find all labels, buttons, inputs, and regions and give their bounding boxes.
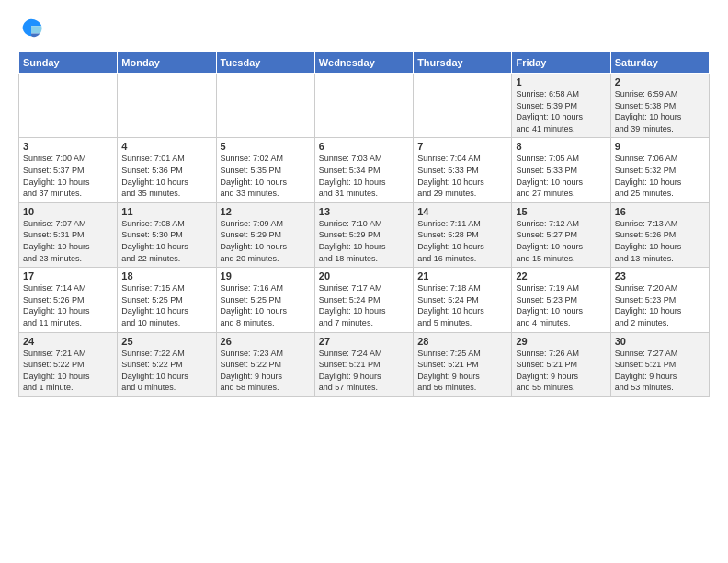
day-cell: 20Sunrise: 7:17 AM Sunset: 5:24 PM Dayli… — [314, 268, 413, 332]
day-cell: 15Sunrise: 7:12 AM Sunset: 5:27 PM Dayli… — [512, 202, 610, 267]
header-day-thursday: Thursday — [414, 52, 512, 74]
page-header — [18, 15, 710, 40]
day-number: 24 — [23, 336, 113, 347]
calendar-header: SundayMondayTuesdayWednesdayThursdayFrid… — [19, 52, 710, 74]
day-info: Sunrise: 7:03 AM Sunset: 5:34 PM Dayligh… — [319, 153, 409, 199]
day-info: Sunrise: 7:11 AM Sunset: 5:28 PM Dayligh… — [417, 218, 507, 264]
logo — [18, 15, 48, 40]
day-number: 27 — [319, 336, 409, 347]
page-container: SundayMondayTuesdayWednesdayThursdayFrid… — [0, 0, 728, 407]
day-cell: 18Sunrise: 7:15 AM Sunset: 5:25 PM Dayli… — [118, 268, 216, 332]
day-info: Sunrise: 7:25 AM Sunset: 5:21 PM Dayligh… — [417, 348, 507, 394]
day-cell: 28Sunrise: 7:25 AM Sunset: 5:21 PM Dayli… — [414, 332, 512, 396]
day-number: 7 — [417, 141, 507, 152]
day-number: 3 — [23, 141, 113, 152]
day-info: Sunrise: 7:02 AM Sunset: 5:35 PM Dayligh… — [221, 153, 311, 199]
week-row-5: 24Sunrise: 7:21 AM Sunset: 5:22 PM Dayli… — [19, 332, 710, 396]
header-day-wednesday: Wednesday — [314, 52, 413, 74]
day-cell: 12Sunrise: 7:09 AM Sunset: 5:29 PM Dayli… — [216, 202, 314, 267]
calendar-body: 1Sunrise: 6:58 AM Sunset: 5:39 PM Daylig… — [19, 74, 710, 397]
day-cell: 3Sunrise: 7:00 AM Sunset: 5:37 PM Daylig… — [19, 138, 118, 202]
day-cell: 19Sunrise: 7:16 AM Sunset: 5:25 PM Dayli… — [216, 268, 314, 332]
day-cell: 7Sunrise: 7:04 AM Sunset: 5:33 PM Daylig… — [414, 138, 512, 202]
day-number: 29 — [516, 336, 606, 347]
day-cell: 27Sunrise: 7:24 AM Sunset: 5:21 PM Dayli… — [314, 332, 413, 396]
day-number: 12 — [221, 206, 311, 217]
day-number: 4 — [121, 141, 211, 152]
day-info: Sunrise: 7:18 AM Sunset: 5:24 PM Dayligh… — [417, 282, 507, 328]
week-row-2: 3Sunrise: 7:00 AM Sunset: 5:37 PM Daylig… — [19, 138, 710, 202]
day-info: Sunrise: 7:05 AM Sunset: 5:33 PM Dayligh… — [516, 153, 606, 199]
day-cell: 1Sunrise: 6:58 AM Sunset: 5:39 PM Daylig… — [512, 74, 610, 138]
day-info: Sunrise: 7:15 AM Sunset: 5:25 PM Dayligh… — [121, 282, 211, 328]
day-cell: 25Sunrise: 7:22 AM Sunset: 5:22 PM Dayli… — [118, 332, 216, 396]
day-number: 15 — [516, 206, 606, 217]
day-number: 17 — [23, 270, 113, 282]
day-number: 6 — [319, 141, 409, 152]
day-info: Sunrise: 7:06 AM Sunset: 5:32 PM Dayligh… — [615, 153, 705, 199]
day-cell: 21Sunrise: 7:18 AM Sunset: 5:24 PM Dayli… — [414, 268, 512, 332]
header-day-tuesday: Tuesday — [216, 52, 314, 74]
day-cell: 9Sunrise: 7:06 AM Sunset: 5:32 PM Daylig… — [610, 138, 709, 202]
day-cell: 29Sunrise: 7:26 AM Sunset: 5:21 PM Dayli… — [512, 332, 610, 396]
day-number: 2 — [615, 76, 705, 87]
day-info: Sunrise: 7:10 AM Sunset: 5:29 PM Dayligh… — [319, 218, 409, 264]
day-info: Sunrise: 7:04 AM Sunset: 5:33 PM Dayligh… — [417, 153, 507, 199]
day-info: Sunrise: 7:21 AM Sunset: 5:22 PM Dayligh… — [23, 348, 113, 394]
day-info: Sunrise: 7:17 AM Sunset: 5:24 PM Dayligh… — [319, 282, 409, 328]
day-number: 28 — [417, 336, 507, 347]
day-info: Sunrise: 7:22 AM Sunset: 5:22 PM Dayligh… — [121, 348, 211, 394]
week-row-1: 1Sunrise: 6:58 AM Sunset: 5:39 PM Daylig… — [19, 74, 710, 138]
week-row-4: 17Sunrise: 7:14 AM Sunset: 5:26 PM Dayli… — [19, 268, 710, 332]
header-day-friday: Friday — [512, 52, 610, 74]
day-cell: 14Sunrise: 7:11 AM Sunset: 5:28 PM Dayli… — [414, 202, 512, 267]
day-info: Sunrise: 6:59 AM Sunset: 5:38 PM Dayligh… — [615, 88, 705, 134]
day-info: Sunrise: 7:12 AM Sunset: 5:27 PM Dayligh… — [516, 218, 606, 264]
day-cell — [216, 74, 314, 138]
day-cell: 30Sunrise: 7:27 AM Sunset: 5:21 PM Dayli… — [610, 332, 709, 396]
day-cell: 22Sunrise: 7:19 AM Sunset: 5:23 PM Dayli… — [512, 268, 610, 332]
day-info: Sunrise: 7:00 AM Sunset: 5:37 PM Dayligh… — [23, 153, 113, 199]
day-info: Sunrise: 7:13 AM Sunset: 5:26 PM Dayligh… — [615, 218, 705, 264]
day-number: 10 — [23, 206, 113, 217]
day-cell — [314, 74, 413, 138]
day-cell: 13Sunrise: 7:10 AM Sunset: 5:29 PM Dayli… — [314, 202, 413, 267]
day-cell: 26Sunrise: 7:23 AM Sunset: 5:22 PM Dayli… — [216, 332, 314, 396]
day-info: Sunrise: 7:26 AM Sunset: 5:21 PM Dayligh… — [516, 348, 606, 394]
day-info: Sunrise: 7:24 AM Sunset: 5:21 PM Dayligh… — [319, 348, 409, 394]
day-number: 9 — [615, 141, 705, 152]
day-info: Sunrise: 6:58 AM Sunset: 5:39 PM Dayligh… — [516, 88, 606, 134]
day-number: 8 — [516, 141, 606, 152]
day-number: 13 — [319, 206, 409, 217]
day-cell: 8Sunrise: 7:05 AM Sunset: 5:33 PM Daylig… — [512, 138, 610, 202]
day-cell: 17Sunrise: 7:14 AM Sunset: 5:26 PM Dayli… — [19, 268, 118, 332]
day-number: 26 — [221, 336, 311, 347]
week-row-3: 10Sunrise: 7:07 AM Sunset: 5:31 PM Dayli… — [19, 202, 710, 267]
header-day-monday: Monday — [118, 52, 216, 74]
day-info: Sunrise: 7:23 AM Sunset: 5:22 PM Dayligh… — [221, 348, 311, 394]
day-cell: 10Sunrise: 7:07 AM Sunset: 5:31 PM Dayli… — [19, 202, 118, 267]
header-day-sunday: Sunday — [19, 52, 118, 74]
day-cell: 4Sunrise: 7:01 AM Sunset: 5:36 PM Daylig… — [118, 138, 216, 202]
calendar-table: SundayMondayTuesdayWednesdayThursdayFrid… — [18, 52, 710, 397]
day-number: 20 — [319, 270, 409, 282]
day-cell: 6Sunrise: 7:03 AM Sunset: 5:34 PM Daylig… — [314, 138, 413, 202]
day-cell: 16Sunrise: 7:13 AM Sunset: 5:26 PM Dayli… — [610, 202, 709, 267]
day-cell: 24Sunrise: 7:21 AM Sunset: 5:22 PM Dayli… — [19, 332, 118, 396]
day-info: Sunrise: 7:09 AM Sunset: 5:29 PM Dayligh… — [221, 218, 311, 264]
day-number: 22 — [516, 270, 606, 282]
header-day-saturday: Saturday — [610, 52, 709, 74]
logo-icon — [18, 15, 44, 40]
day-cell — [19, 74, 118, 138]
day-cell: 23Sunrise: 7:20 AM Sunset: 5:23 PM Dayli… — [610, 268, 709, 332]
day-cell — [414, 74, 512, 138]
day-info: Sunrise: 7:20 AM Sunset: 5:23 PM Dayligh… — [615, 282, 705, 328]
day-cell: 5Sunrise: 7:02 AM Sunset: 5:35 PM Daylig… — [216, 138, 314, 202]
day-cell — [118, 74, 216, 138]
day-number: 1 — [516, 76, 606, 87]
day-number: 25 — [121, 336, 211, 347]
day-number: 16 — [615, 206, 705, 217]
day-info: Sunrise: 7:08 AM Sunset: 5:30 PM Dayligh… — [121, 218, 211, 264]
header-row: SundayMondayTuesdayWednesdayThursdayFrid… — [19, 52, 710, 74]
day-info: Sunrise: 7:27 AM Sunset: 5:21 PM Dayligh… — [615, 348, 705, 394]
